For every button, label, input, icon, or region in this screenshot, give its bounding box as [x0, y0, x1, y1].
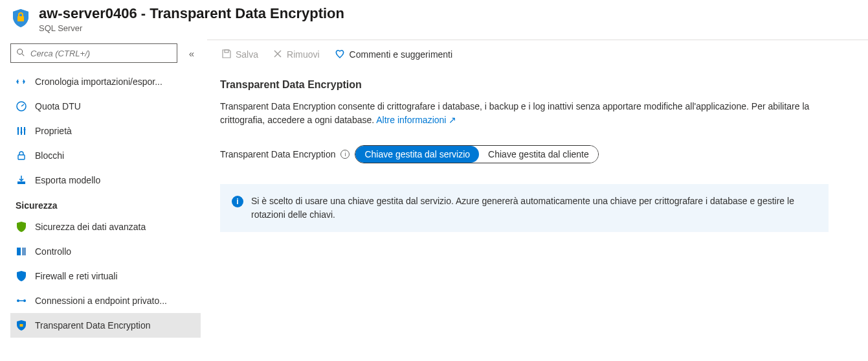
svg-point-1: [17, 49, 23, 54]
info-icon[interactable]: i: [340, 150, 350, 159]
sidebar-item-firewall[interactable]: Firewall e reti virtuali: [10, 264, 201, 288]
setting-label: Transparent Data Encryption: [220, 149, 335, 159]
remove-button[interactable]: Rimuovi: [267, 46, 325, 64]
sidebar-item-properties[interactable]: Proprietà: [10, 119, 201, 143]
page-title: aw-server0406 - Transparent Data Encrypt…: [39, 5, 344, 22]
search-icon: [16, 48, 25, 59]
key-type-toggle: Chiave gestita dal servizio Chiave gesti…: [355, 145, 598, 163]
svg-point-8: [17, 128, 19, 130]
save-label: Salva: [236, 49, 258, 60]
svg-point-9: [21, 132, 23, 134]
lock-icon: [16, 150, 27, 161]
sidebar-item-label: Transparent Data Encryption: [35, 320, 195, 331]
shield-green-icon: [16, 221, 27, 233]
page-subtitle: SQL Server: [39, 23, 344, 33]
page-header: aw-server0406 - Transparent Data Encrypt…: [0, 0, 868, 40]
content-heading: Transparent Data Encryption: [220, 79, 829, 91]
toolbar: Salva Rimuovi Commenti e suggerimenti: [207, 40, 868, 69]
sidebar-item-label: Esporta modello: [35, 175, 195, 185]
info-banner-text: Si è scelto di usare una chiave gestita …: [251, 194, 817, 222]
sidebar-item-import-history[interactable]: Cronologia importazioni/espor...: [10, 69, 201, 94]
feedback-button[interactable]: Commenti e suggerimenti: [329, 45, 458, 64]
content-description: Transparent Data Encryption consente di …: [220, 100, 829, 127]
info-banner: i Si è scelto di usare una chiave gestit…: [220, 184, 829, 232]
sidebar-item-private-endpoint[interactable]: Connessioni a endpoint privato...: [10, 288, 201, 313]
endpoint-icon: [16, 295, 27, 307]
svg-point-10: [24, 129, 26, 131]
sidebar-item-label: Connessioni a endpoint privato...: [35, 296, 195, 306]
history-icon: [16, 76, 27, 87]
sidebar-section-security: Sicurezza: [10, 192, 201, 215]
svg-point-15: [17, 299, 19, 302]
sidebar-item-export-template[interactable]: Esporta modello: [10, 168, 201, 192]
close-icon: [273, 49, 283, 61]
svg-line-4: [21, 104, 24, 106]
shield-blue-icon: [16, 320, 27, 331]
gauge-icon: [16, 100, 27, 112]
main-content: Salva Rimuovi Commenti e suggerimenti Tr…: [207, 40, 868, 360]
info-circle-icon: i: [232, 196, 243, 207]
sidebar: « Cronologia importazioni/espor... Quota…: [0, 40, 207, 360]
learn-more-link[interactable]: Altre informazioni ↗: [376, 115, 456, 125]
svg-rect-12: [17, 181, 25, 184]
toggle-customer-managed[interactable]: Chiave gestita dal cliente: [479, 146, 598, 163]
export-icon: [16, 174, 27, 186]
search-input-wrapper[interactable]: [10, 43, 177, 63]
firewall-icon: [16, 270, 27, 282]
sidebar-item-label: Sicurezza dei dati avanzata: [35, 222, 195, 232]
save-icon: [221, 49, 232, 61]
properties-icon: [16, 125, 27, 137]
sidebar-item-tde[interactable]: Transparent Data Encryption: [10, 313, 201, 338]
svg-rect-19: [225, 50, 228, 52]
svg-line-2: [22, 53, 25, 56]
svg-point-16: [23, 299, 26, 302]
svg-rect-0: [17, 16, 24, 21]
save-button[interactable]: Salva: [216, 46, 263, 64]
shield-lock-icon: [10, 8, 31, 29]
external-link-icon: ↗: [449, 115, 456, 125]
svg-rect-13: [17, 248, 21, 255]
sidebar-item-label: Quota DTU: [35, 101, 195, 111]
toggle-service-managed[interactable]: Chiave gestita dal servizio: [355, 146, 479, 163]
audit-icon: [16, 246, 27, 257]
sidebar-item-advanced-security[interactable]: Sicurezza dei dati avanzata: [10, 215, 201, 239]
tde-setting-row: Transparent Data Encryption i Chiave ges…: [220, 145, 829, 163]
heart-icon: [334, 48, 346, 62]
sidebar-item-label: Blocchi: [35, 150, 195, 161]
svg-rect-18: [20, 324, 23, 327]
sidebar-item-locks[interactable]: Blocchi: [10, 143, 201, 168]
sidebar-item-dtu-quota[interactable]: Quota DTU: [10, 94, 201, 119]
svg-rect-11: [18, 155, 25, 159]
search-input[interactable]: [30, 49, 172, 58]
sidebar-item-label: Cronologia importazioni/espor...: [35, 76, 195, 87]
remove-label: Rimuovi: [287, 49, 320, 60]
feedback-label: Commenti e suggerimenti: [350, 49, 453, 60]
sidebar-item-label: Proprietà: [35, 126, 195, 136]
svg-rect-14: [22, 248, 26, 255]
sidebar-item-label: Firewall e reti virtuali: [35, 271, 195, 281]
sidebar-item-audit[interactable]: Controllo: [10, 239, 201, 264]
sidebar-item-label: Controllo: [35, 246, 195, 257]
collapse-sidebar-button[interactable]: «: [183, 43, 201, 63]
